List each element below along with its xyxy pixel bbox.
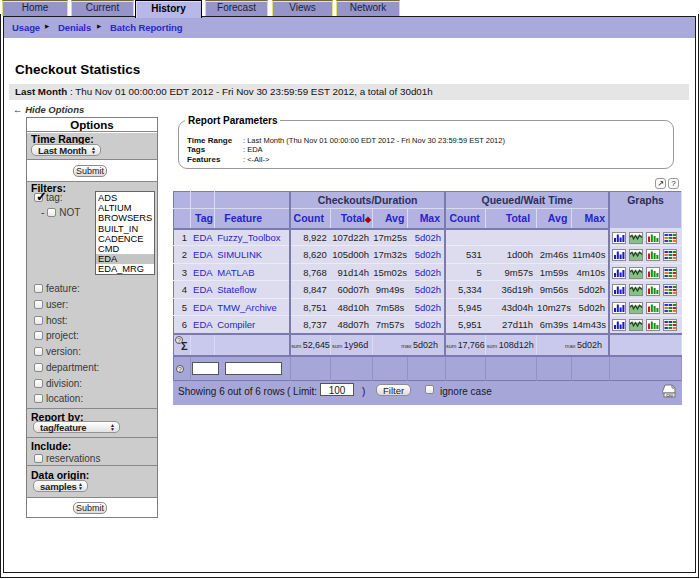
- svg-text:csv: csv: [666, 393, 674, 398]
